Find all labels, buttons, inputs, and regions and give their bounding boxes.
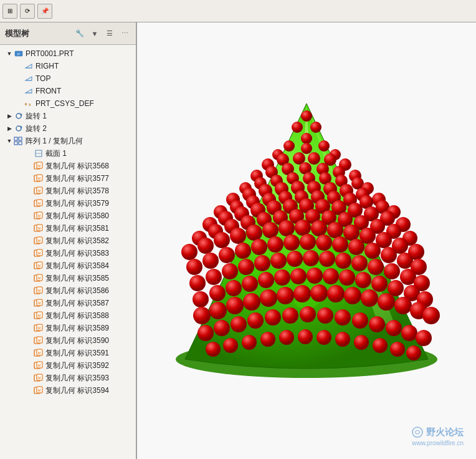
- tree-item-copy3578[interactable]: M 复制几何 标识3578: [0, 185, 136, 197]
- right-expand: [15, 62, 24, 70]
- tree-item-copy3579[interactable]: M 复制几何 标识3579: [0, 197, 136, 210]
- tree-item-right[interactable]: RIGHT: [0, 60, 136, 72]
- tree-item-copy3585[interactable]: M 复制几何 标识3585: [0, 272, 136, 284]
- svg-point-186: [189, 275, 206, 291]
- copy-icon-copy3591: M: [34, 348, 44, 358]
- tree-item-rotate1[interactable]: ▶ 旋转 1: [0, 110, 136, 122]
- watermark: 野火论坛 www.prowildfire.cn: [411, 426, 464, 447]
- svg-point-256: [406, 345, 421, 360]
- svg-point-159: [230, 228, 246, 244]
- copy-icon-copy3584: M: [34, 261, 44, 271]
- panel-more-icon[interactable]: ⋯: [118, 27, 131, 40]
- svg-point-11: [16, 126, 21, 131]
- panel-settings-icon[interactable]: 🔧: [74, 27, 86, 40]
- svg-point-196: [351, 255, 368, 271]
- svg-point-208: [307, 268, 323, 284]
- tree-item-copy3588[interactable]: M 复制几何 标识3588: [0, 309, 136, 322]
- svg-point-158: [214, 232, 230, 248]
- tree-item-copy3589[interactable]: M 复制几何 标识3589: [0, 322, 136, 334]
- tree-item-copy3592[interactable]: M 复制几何 标识3592: [0, 359, 136, 372]
- tree-item-copy3591[interactable]: M 复制几何 标识3591: [0, 347, 136, 359]
- svg-point-197: [368, 259, 384, 275]
- svg-text:M: M: [38, 189, 40, 193]
- svg-point-247: [242, 335, 257, 350]
- copy-label-copy3580: 复制几何 标识3580: [45, 211, 109, 221]
- svg-point-227: [378, 293, 395, 311]
- svg-point-250: [298, 329, 313, 344]
- tree-item-copy3568[interactable]: M 复制几何 标识3568: [0, 160, 136, 172]
- svg-point-193: [303, 250, 319, 266]
- tree-item-copy3586[interactable]: M 复制几何 标识3586: [0, 284, 136, 297]
- copy-label-copy3583: 复制几何 标识3583: [45, 248, 109, 259]
- tree-item-rotate2[interactable]: ▶ 旋转 2: [0, 122, 136, 135]
- front-label: FRONT: [36, 87, 61, 95]
- svg-point-240: [352, 312, 368, 329]
- root-icon: P: [14, 49, 24, 59]
- svg-point-210: [339, 269, 355, 286]
- tree-item-copy3583[interactable]: M 复制几何 标识3583: [0, 247, 136, 259]
- tree-item-section1[interactable]: 截面 1: [0, 147, 136, 160]
- tree-item-front[interactable]: FRONT: [0, 85, 136, 97]
- svg-point-207: [290, 268, 307, 284]
- top-toolbar: ⊞ ⟳ 📌: [0, 0, 476, 22]
- svg-marker-2: [26, 64, 32, 68]
- toolbar-btn-1[interactable]: ⊞: [2, 4, 17, 19]
- svg-point-212: [371, 276, 388, 292]
- svg-text:M: M: [38, 289, 40, 292]
- toolbar-btn-2[interactable]: ⟳: [20, 4, 35, 19]
- copy-expand-copy3586: [25, 286, 34, 295]
- svg-point-175: [251, 239, 267, 255]
- tree-item-copy3581[interactable]: M 复制几何 标识3581: [0, 222, 136, 234]
- top-expand: [15, 74, 24, 83]
- svg-rect-13: [19, 137, 22, 140]
- tree-item-copy3582[interactable]: M 复制几何 标识3582: [0, 234, 136, 247]
- tree-item-copy3590[interactable]: M 复制几何 标识3590: [0, 334, 136, 347]
- panel-dropdown-icon[interactable]: ▼: [88, 27, 101, 40]
- svg-text:M: M: [38, 239, 40, 243]
- copy-label-copy3584: 复制几何 标识3584: [45, 261, 109, 271]
- svg-text:M: M: [38, 164, 40, 168]
- tree-item-copy3587[interactable]: M 复制几何 标识3587: [0, 297, 136, 309]
- svg-point-257: [412, 427, 422, 437]
- copy-expand-copy3581: [25, 224, 34, 233]
- copy-icon-copy3568: M: [34, 161, 44, 171]
- svg-point-246: [223, 338, 238, 353]
- tree-item-copy3593[interactable]: M 复制几何 标识3593: [0, 372, 136, 384]
- tree-item-copy3577[interactable]: M 复制几何 标识3577: [0, 172, 136, 185]
- tree-item-array[interactable]: ▼ 阵列 1 / 复制几何: [0, 135, 136, 147]
- svg-point-173: [219, 247, 235, 263]
- svg-point-160: [246, 225, 262, 241]
- svg-point-195: [335, 253, 351, 269]
- svg-point-157: [198, 238, 214, 254]
- svg-point-201: [193, 291, 209, 307]
- tree-item-top[interactable]: TOP: [0, 72, 136, 85]
- svg-point-202: [209, 285, 226, 301]
- svg-point-82: [318, 140, 330, 152]
- toolbar-btn-3[interactable]: 📌: [37, 4, 52, 19]
- svg-point-189: [238, 259, 254, 275]
- tree-item-copy3580[interactable]: M 复制几何 标识3580: [0, 210, 136, 222]
- right-plane-icon: [24, 61, 34, 71]
- copy-label-copy3582: 复制几何 标识3582: [45, 236, 109, 246]
- panel-list-icon[interactable]: ☰: [103, 27, 116, 40]
- tree-item-copy3584[interactable]: M 复制几何 标识3584: [0, 259, 136, 272]
- copy-icon-copy3586: M: [34, 286, 44, 296]
- copy-label-copy3592: 复制几何 标识3592: [45, 360, 109, 371]
- main-layout: 模型树 🔧 ▼ ☰ ⋯ ▼ P PRT0001.PRT: [0, 22, 476, 459]
- tree-area[interactable]: ▼ P PRT0001.PRT RIGHT TOP: [0, 45, 136, 459]
- svg-point-177: [283, 234, 300, 251]
- copy-expand-copy3587: [25, 299, 34, 307]
- svg-marker-4: [26, 77, 32, 80]
- svg-text:M: M: [38, 214, 40, 218]
- tree-root[interactable]: ▼ P PRT0001.PRT: [0, 47, 136, 60]
- svg-point-162: [278, 220, 295, 236]
- svg-text:M: M: [38, 301, 40, 305]
- svg-point-174: [235, 243, 251, 259]
- watermark-url: www.prowildfire.cn: [411, 440, 464, 447]
- watermark-title: 野火论坛: [426, 427, 464, 438]
- top-plane-icon: [24, 74, 34, 84]
- tree-item-csys[interactable]: ⌖x PRT_CSYS_DEF: [0, 97, 136, 110]
- front-plane-icon: [24, 86, 34, 96]
- tree-item-copy3594[interactable]: M 复制几何 标识3594: [0, 384, 136, 397]
- svg-rect-15: [19, 142, 22, 145]
